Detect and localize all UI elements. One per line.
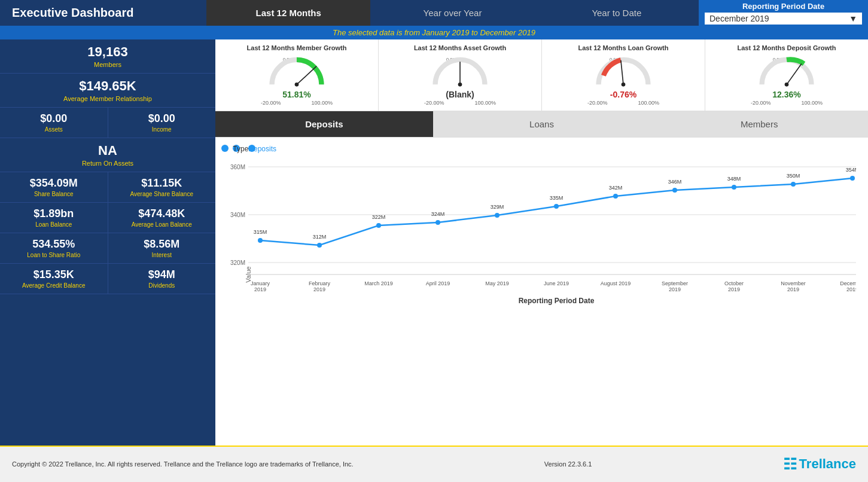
stat-row-assets-income: $0.00 Assets $0.00 Income bbox=[0, 108, 215, 138]
svg-text:February: February bbox=[309, 280, 331, 286]
stat-row-loan-share: 534.55% Loan to Share Ratio $8.56M Inter… bbox=[0, 233, 215, 264]
members-value: 19,163 bbox=[6, 44, 209, 60]
roa-value: NA bbox=[6, 143, 209, 158]
gauge-member-title: Last 12 Months Member Growth bbox=[247, 44, 347, 51]
gauge-deposit-title: Last 12 Months Deposit Growth bbox=[737, 44, 836, 51]
gauge-asset-max: 100.00% bbox=[474, 100, 496, 106]
reporting-period-label: Reporting Period Date bbox=[705, 2, 862, 11]
gauge-member-svg: 0.00% bbox=[258, 54, 336, 89]
data-point-sep[interactable] bbox=[672, 188, 677, 193]
svg-text:2019: 2019 bbox=[669, 286, 681, 292]
svg-text:354M: 354M bbox=[846, 167, 856, 173]
app-title: Executive Dashboard bbox=[0, 0, 206, 26]
stat-share-balance: $354.09M Share Balance bbox=[0, 172, 108, 202]
svg-text:342M: 342M bbox=[609, 185, 623, 191]
svg-text:360M: 360M bbox=[230, 164, 245, 170]
svg-text:December: December bbox=[840, 280, 856, 286]
gauge-loan-growth: Last 12 Months Loan Growth 0.00% -0.76% … bbox=[542, 39, 705, 111]
gauge-member-value: 51.81% bbox=[282, 90, 310, 99]
gauge-member-min: -20.00% bbox=[261, 100, 281, 106]
dividends-value: $94M bbox=[111, 269, 213, 281]
data-point-may[interactable] bbox=[495, 213, 500, 218]
share-balance-label: Share Balance bbox=[3, 191, 105, 197]
svg-text:2019: 2019 bbox=[728, 286, 740, 292]
footer: Copyright © 2022 Trellance, Inc. All rig… bbox=[0, 446, 868, 481]
svg-text:September: September bbox=[662, 280, 688, 286]
gauge-loan-labels: -20.00% 100.00% bbox=[587, 100, 659, 106]
gauge-member-labels: -20.00% 100.00% bbox=[261, 100, 333, 106]
chart-legend: Type Deposits bbox=[221, 144, 856, 152]
sidebar: 19,163 Members $149.65K Average Member R… bbox=[0, 39, 215, 446]
data-point-jun[interactable] bbox=[554, 204, 559, 209]
data-point-aug[interactable] bbox=[613, 194, 618, 199]
data-point-dec[interactable] bbox=[850, 176, 855, 181]
avg-member-rel-label: Average Member Relationship bbox=[6, 95, 209, 102]
assets-label: Assets bbox=[3, 126, 105, 133]
stat-avg-share-balance: $11.15K Average Share Balance bbox=[108, 172, 216, 202]
gauge-asset-min: -20.00% bbox=[424, 100, 444, 106]
chart-tab-row: Deposits Loans Members bbox=[215, 111, 868, 138]
stat-row-share: $354.09M Share Balance $11.15K Average S… bbox=[0, 172, 215, 203]
deposits-line bbox=[260, 178, 852, 245]
reporting-period-section: Reporting Period Date December 2019 ▼ bbox=[699, 0, 868, 26]
tab-year-to-date[interactable]: Year to Date bbox=[535, 0, 699, 26]
svg-text:348M: 348M bbox=[727, 176, 741, 182]
svg-line-7 bbox=[621, 60, 623, 85]
tab-year-over-year[interactable]: Year over Year bbox=[370, 0, 534, 26]
svg-text:324M: 324M bbox=[431, 211, 445, 217]
stat-roa: NA Return On Assets bbox=[0, 138, 215, 172]
data-point-nov[interactable] bbox=[791, 182, 796, 187]
loan-share-ratio-value: 534.55% bbox=[3, 238, 105, 251]
svg-text:June 2019: June 2019 bbox=[544, 280, 569, 286]
interest-value: $8.56M bbox=[111, 238, 213, 251]
svg-text:Reporting Period Date: Reporting Period Date bbox=[519, 297, 595, 305]
avg-credit-balance-label: Average Credit Balance bbox=[3, 282, 105, 289]
svg-text:2019: 2019 bbox=[846, 286, 856, 292]
data-point-mar[interactable] bbox=[376, 223, 381, 228]
data-point-apr[interactable] bbox=[435, 220, 440, 225]
svg-text:346M: 346M bbox=[668, 179, 682, 185]
stat-avg-loan-balance: $474.48K Average Loan Balance bbox=[108, 203, 216, 233]
svg-text:320M: 320M bbox=[230, 260, 245, 266]
info-bar: The selected data is from January 2019 t… bbox=[0, 26, 868, 39]
gauge-asset-svg: 0.00% bbox=[421, 54, 499, 89]
gauge-member-growth: Last 12 Months Member Growth 0.00% 51.81… bbox=[215, 39, 379, 111]
svg-point-5 bbox=[458, 83, 462, 87]
chart-tab-members[interactable]: Members bbox=[650, 111, 868, 137]
chart-tab-loans[interactable]: Loans bbox=[433, 111, 651, 137]
period-tabs: Last 12 Months Year over Year Year to Da… bbox=[206, 0, 699, 26]
reporting-period-dropdown[interactable]: December 2019 ▼ bbox=[705, 13, 862, 25]
avg-loan-balance-label: Average Loan Balance bbox=[111, 221, 213, 228]
data-point-oct[interactable] bbox=[732, 185, 736, 190]
avg-share-balance-label: Average Share Balance bbox=[111, 191, 213, 197]
svg-text:March 2019: March 2019 bbox=[364, 280, 393, 286]
chart-tab-deposits[interactable]: Deposits bbox=[215, 111, 433, 137]
avg-share-balance-value: $11.15K bbox=[111, 177, 213, 190]
reporting-period-value: December 2019 bbox=[709, 14, 769, 23]
svg-text:312M: 312M bbox=[313, 234, 327, 240]
loan-balance-value: $1.89bn bbox=[3, 208, 105, 220]
svg-text:November: November bbox=[781, 280, 806, 286]
gauge-deposit-max: 100.00% bbox=[801, 100, 823, 106]
chart-legend-label: Type bbox=[233, 145, 240, 152]
gauge-member-max: 100.00% bbox=[311, 100, 333, 106]
avg-member-rel-value: $149.65K bbox=[6, 78, 209, 94]
members-label: Members bbox=[6, 61, 209, 68]
tab-last-12-months[interactable]: Last 12 Months bbox=[206, 0, 370, 26]
svg-text:April 2019: April 2019 bbox=[426, 280, 450, 286]
gauge-deposit-min: -20.00% bbox=[751, 100, 771, 106]
data-point-feb[interactable] bbox=[317, 243, 322, 248]
svg-point-11 bbox=[785, 83, 789, 87]
dividends-label: Dividends bbox=[111, 282, 213, 289]
legend-dot-icon bbox=[221, 145, 229, 152]
avg-loan-balance-value: $474.48K bbox=[111, 208, 213, 220]
data-point-jan[interactable] bbox=[258, 238, 263, 243]
gauge-loan-value: -0.76% bbox=[610, 90, 636, 99]
svg-text:340M: 340M bbox=[230, 212, 245, 218]
main-layout: 19,163 Members $149.65K Average Member R… bbox=[0, 39, 868, 446]
gauge-deposit-growth: Last 12 Months Deposit Growth 0.00% 12.3… bbox=[705, 39, 868, 111]
stat-row-credit-dividends: $15.35K Average Credit Balance $94M Divi… bbox=[0, 264, 215, 294]
info-bar-text: The selected data is from January 2019 t… bbox=[333, 28, 535, 37]
gauge-asset-title: Last 12 Months Asset Growth bbox=[414, 44, 506, 51]
stat-income: $0.00 Income bbox=[108, 108, 216, 138]
